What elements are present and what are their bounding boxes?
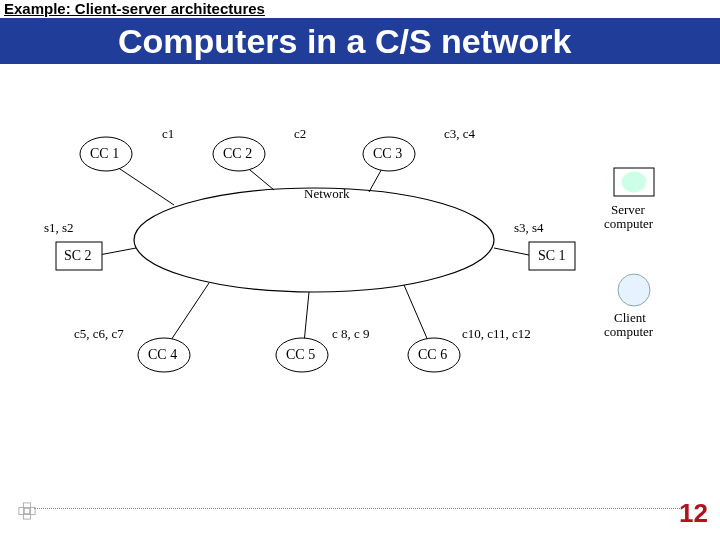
connector	[494, 248, 529, 255]
network-ellipse	[134, 188, 494, 292]
legend-server-glow	[622, 172, 646, 192]
node-cc1-clients: c1	[162, 126, 174, 141]
node-sc1-label: SC 1	[538, 248, 566, 263]
slide: Example: Client-server architectures Com…	[0, 0, 720, 540]
placeholder-icon	[18, 502, 36, 520]
node-cc2-clients: c2	[294, 126, 306, 141]
network-label: Network	[304, 186, 350, 201]
page-number: 12	[679, 498, 708, 529]
node-cc1-label: CC 1	[90, 146, 119, 161]
legend-client-label1: Client	[614, 310, 646, 325]
connector	[169, 283, 209, 343]
node-cc2-label: CC 2	[223, 146, 252, 161]
legend-server-label2: computer	[604, 216, 654, 231]
node-cc3-clients: c3, c4	[444, 126, 476, 141]
svg-rect-2	[19, 507, 24, 514]
network-diagram: Network CC 1 c1 CC 2 c2 CC 3 c3, c4 SC 2…	[44, 120, 674, 410]
legend-client-circle	[618, 274, 650, 306]
connector	[304, 292, 309, 343]
connector	[114, 165, 174, 205]
svg-rect-0	[23, 503, 30, 508]
node-cc4-clients: c5, c6, c7	[74, 326, 124, 341]
svg-rect-3	[31, 507, 35, 514]
node-cc5-clients: c 8, c 9	[332, 326, 370, 341]
svg-rect-1	[23, 515, 30, 520]
legend-server-label1: Server	[611, 202, 646, 217]
connector	[404, 285, 429, 343]
footer-divider	[34, 508, 682, 509]
node-cc6-label: CC 6	[418, 347, 447, 362]
legend-client-label2: computer	[604, 324, 654, 339]
node-sc2-servers: s1, s2	[44, 220, 74, 235]
node-cc3-label: CC 3	[373, 146, 402, 161]
example-label: Example: Client-server architectures	[4, 0, 269, 17]
connector	[99, 248, 136, 255]
node-cc5-label: CC 5	[286, 347, 315, 362]
slide-title: Computers in a C/S network	[118, 18, 571, 64]
node-sc2-label: SC 2	[64, 248, 92, 263]
node-cc6-clients: c10, c11, c12	[462, 326, 531, 341]
node-sc1-servers: s3, s4	[514, 220, 544, 235]
node-cc4-label: CC 4	[148, 347, 177, 362]
svg-rect-4	[24, 508, 29, 513]
